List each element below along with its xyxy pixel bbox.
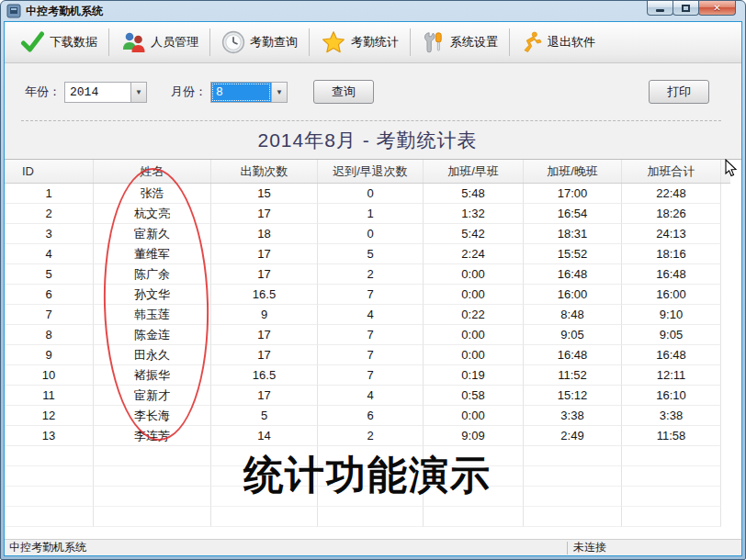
table-cell: 11:58 <box>622 426 721 446</box>
table-cell: 李连芳 <box>94 426 211 446</box>
empty-cell <box>424 466 524 487</box>
chevron-down-icon[interactable]: ▼ <box>271 83 287 102</box>
statusbar-app-name: 中控考勤机系统 <box>5 540 567 555</box>
table-row[interactable]: 7韩玉莲940:228:489:10 <box>5 305 730 325</box>
table-cell: 宦新才 <box>94 386 211 406</box>
column-header-id[interactable]: ID <box>5 160 94 183</box>
toolbar-label: 下载数据 <box>50 34 97 50</box>
table-cell: 田永久 <box>94 345 211 365</box>
empty-cell <box>5 446 94 466</box>
empty-cell <box>524 487 622 507</box>
column-header-late-early[interactable]: 迟到/早退次数 <box>318 160 424 183</box>
table-row[interactable]: 8陈金连1770:009:059:05 <box>5 325 730 345</box>
toolbar-personnel-management[interactable]: 人员管理 <box>112 28 207 57</box>
minimize-button[interactable] <box>647 1 673 16</box>
statistics-table: ID 姓名 出勤次数 迟到/早退次数 加班/早班 加班/晚班 加班合计 1张浩1… <box>5 159 741 539</box>
column-header-overtime-evening[interactable]: 加班/晚班 <box>524 160 622 183</box>
table-cell: 褚振华 <box>94 365 211 386</box>
toolbar-separator <box>410 28 411 56</box>
table-cell: 11:52 <box>524 365 622 386</box>
table-cell: 17 <box>211 386 318 406</box>
table-row[interactable]: 11宦新才1740:5815:1216:10 <box>5 386 730 406</box>
statusbar-connection-status: 未连接 <box>568 540 606 555</box>
table-cell: 16.5 <box>211 285 318 305</box>
table-row[interactable]: 4董维军1752:2415:5218:16 <box>5 244 730 264</box>
table-cell: 9:05 <box>524 325 622 345</box>
empty-table-row <box>5 487 730 507</box>
table-cell: 杭文亮 <box>94 204 211 224</box>
table-cell: 9:05 <box>622 325 721 345</box>
table-row[interactable]: 12李长海560:003:383:38 <box>5 406 730 426</box>
column-header-name[interactable]: 姓名 <box>94 160 211 183</box>
column-header-attendance[interactable]: 出勤次数 <box>211 160 318 183</box>
empty-cell <box>318 466 424 487</box>
table-row[interactable]: 9田永久1770:0016:4816:48 <box>5 345 730 365</box>
toolbar-label: 退出软件 <box>548 34 595 50</box>
empty-cell <box>318 446 424 466</box>
table-row[interactable]: 3宦新久1805:4218:3124:13 <box>5 224 730 244</box>
table-cell: 16:00 <box>524 285 622 305</box>
table-cell: 14 <box>211 426 318 446</box>
year-value: 2014 <box>65 83 130 102</box>
table-row[interactable]: 10褚振华16.570:1911:5212:11 <box>5 365 730 386</box>
table-cell: 2 <box>318 426 424 446</box>
table-cell: 5:48 <box>424 184 524 204</box>
table-cell: 张浩 <box>94 184 211 204</box>
table-cell: 12:11 <box>622 365 721 386</box>
empty-cell <box>424 507 524 527</box>
toolbar-separator <box>108 28 109 56</box>
print-button[interactable]: 打印 <box>649 80 709 104</box>
table-cell: 董维军 <box>94 244 211 264</box>
empty-cell <box>524 507 622 527</box>
month-select[interactable]: 8 ▼ <box>210 82 288 103</box>
table-cell: 陈广余 <box>94 264 211 285</box>
table-cell: 2 <box>318 264 424 285</box>
table-row[interactable]: 2杭文亮1711:3216:5418:26 <box>5 204 730 224</box>
table-cell: 5 <box>5 264 94 285</box>
column-header-overtime-total[interactable]: 加班合计 <box>622 160 721 183</box>
table-cell: 18 <box>211 224 318 244</box>
close-button[interactable]: ✕ <box>698 1 736 16</box>
table-cell: 17 <box>211 244 318 264</box>
toolbar-attendance-query[interactable]: 考勤查询 <box>213 27 306 58</box>
query-button[interactable]: 查询 <box>313 80 374 104</box>
table-row[interactable]: 6孙文华16.570:0016:0016:00 <box>5 285 730 305</box>
column-header-overtime-morning[interactable]: 加班/早班 <box>424 160 524 183</box>
table-cell: 9:09 <box>424 426 524 446</box>
table-cell: 15 <box>211 184 318 204</box>
table-row[interactable]: 13李连芳1429:092:4911:58 <box>5 426 730 446</box>
empty-cell <box>622 466 721 487</box>
toolbar-system-settings[interactable]: 系统设置 <box>413 27 506 58</box>
table-cell: 16:48 <box>622 264 721 285</box>
maximize-button[interactable] <box>673 1 699 16</box>
chevron-down-icon[interactable]: ▼ <box>130 83 146 102</box>
table-cell: 16:00 <box>622 285 721 305</box>
table-cell: 16.5 <box>211 365 318 386</box>
table-cell: 1:32 <box>424 204 524 224</box>
users-icon <box>120 31 146 53</box>
check-icon <box>20 31 45 53</box>
year-label: 年份： <box>25 84 61 100</box>
table-cell: 10 <box>5 365 94 386</box>
toolbar-download-data[interactable]: 下载数据 <box>12 28 106 57</box>
toolbar-attendance-statistics[interactable]: 考勤统计 <box>312 27 407 58</box>
table-row[interactable]: 1张浩1505:4817:0022:48 <box>5 184 730 204</box>
empty-cell <box>622 446 721 466</box>
table-cell: 7 <box>318 325 424 345</box>
window-title: 中控考勤机系统 <box>26 4 103 19</box>
statusbar: 中控考勤机系统 未连接 <box>5 539 741 555</box>
toolbar-label: 人员管理 <box>151 34 198 50</box>
table-cell: 9:10 <box>622 305 721 325</box>
table-cell: 0:19 <box>424 365 524 386</box>
toolbar-exit-software[interactable]: 退出软件 <box>513 27 604 58</box>
table-cell: 3:38 <box>622 406 721 426</box>
table-cell: 4 <box>318 386 424 406</box>
titlebar[interactable]: 中控考勤机系统 <box>1 1 745 21</box>
year-select[interactable]: 2014 ▼ <box>64 82 147 103</box>
table-cell: 5:42 <box>424 224 524 244</box>
table-cell: 11 <box>5 386 94 406</box>
table-cell: 0:00 <box>424 285 524 305</box>
table-body: 1张浩1505:4817:0022:482杭文亮1711:3216:5418:2… <box>5 184 741 527</box>
table-row[interactable]: 5陈广余1720:0016:4816:48 <box>5 264 730 285</box>
star-icon <box>321 30 346 54</box>
